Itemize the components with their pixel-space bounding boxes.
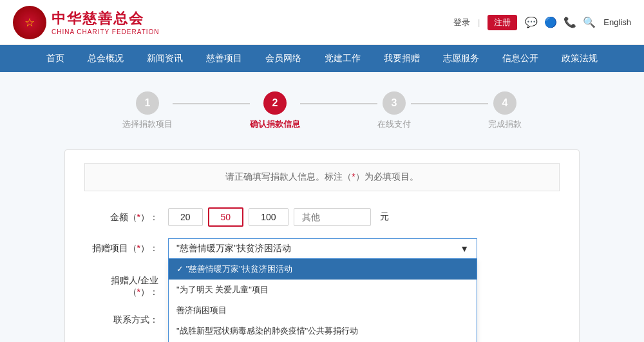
form-area: 请正确填写捐款人信息。标注（*）为必填项目。 金额（*）： 20 50 100 …: [64, 149, 580, 342]
register-button[interactable]: 注册: [488, 15, 517, 30]
step-3-label: 在线支付: [377, 119, 411, 130]
logo-text: 中华慈善总会 CHINA CHARITY FEDERATION: [52, 9, 160, 35]
step-connector-1: [173, 103, 250, 104]
wechat-icon[interactable]: 💬: [525, 16, 538, 28]
form-notice: 请正确填写捐款人信息。标注（*）为必填项目。: [84, 163, 560, 191]
project-option-2[interactable]: 善济病困项目: [169, 300, 477, 321]
amount-btn-20[interactable]: 20: [168, 208, 203, 226]
step-2: 2 确认捐款信息: [250, 91, 300, 130]
project-dropdown-list: "慈善情暖万家"扶贫济困活动 "为了明天 关爱儿童"项目 善济病困项目 "战胜新…: [168, 259, 477, 342]
step-connector-2: [300, 103, 377, 104]
project-option-3[interactable]: "战胜新型冠状病毒感染的肺炎疫情"公共募捐行动: [169, 321, 477, 341]
amount-star: *: [137, 212, 140, 222]
header: ☆ 中华慈善总会 CHINA CHARITY FEDERATION 登录 | 注…: [0, 0, 644, 45]
logo-en: CHINA CHARITY FEDERATION: [52, 28, 160, 35]
step-1: 1 选择捐款项目: [122, 91, 173, 130]
logo-icon: ☆: [13, 6, 46, 39]
steps-indicator: 1 选择捐款项目 2 确认捐款信息 3 在线支付 4 完成捐款: [0, 85, 644, 137]
main-nav: 首页 总会概况 新闻资讯 慈善项目 会员网络 党建工作 我要捐赠 志愿服务 信息…: [0, 45, 644, 72]
project-option-0[interactable]: "慈善情暖万家"扶贫济困活动: [169, 259, 477, 280]
donor-star: *: [137, 287, 140, 297]
project-label: 捐赠项目（*）：: [84, 238, 168, 254]
step-2-circle: 2: [263, 91, 287, 115]
contact-label: 联系方式：: [84, 310, 168, 326]
amount-unit: 元: [380, 211, 389, 223]
nav-members[interactable]: 会员网络: [254, 45, 313, 72]
step-1-circle: 1: [136, 91, 159, 115]
main-content: 1 选择捐款项目 2 确认捐款信息 3 在线支付 4 完成捐款 请正确填写捐款人…: [0, 72, 644, 342]
step-2-label: 确认捐款信息: [250, 119, 300, 130]
weibo-icon[interactable]: 🔵: [544, 16, 557, 28]
project-dropdown[interactable]: "慈善情暖万家"扶贫济困活动 ▼ "慈善情暖万家"扶贫济困活动 "为了明天 关爱…: [168, 238, 477, 259]
nav-overview[interactable]: 总会概况: [76, 45, 135, 72]
project-option-1[interactable]: "为了明天 关爱儿童"项目: [169, 280, 477, 300]
amount-btn-100[interactable]: 100: [249, 208, 288, 226]
amount-options: 20 50 100 元: [168, 207, 389, 227]
search-icon[interactable]: 🔍: [583, 16, 596, 28]
step-4-circle: 4: [493, 91, 516, 115]
logo-cn: 中华慈善总会: [52, 9, 160, 28]
step-4: 4 完成捐款: [488, 91, 522, 130]
nav-policy[interactable]: 政策法规: [550, 45, 609, 72]
notice-star: *: [352, 171, 355, 182]
header-right: 登录 | 注册 💬 🔵 📞 🔍 English: [453, 15, 631, 30]
nav-info[interactable]: 信息公开: [491, 45, 550, 72]
nav-donate[interactable]: 我要捐赠: [372, 45, 431, 72]
amount-btn-50[interactable]: 50: [208, 207, 244, 227]
project-star: *: [137, 243, 140, 253]
social-icons: 💬 🔵 📞 🔍: [525, 16, 596, 28]
nav-charity[interactable]: 慈善项目: [194, 45, 254, 72]
project-row: 捐赠项目（*）： "慈善情暖万家"扶贫济困活动 ▼ "慈善情暖万家"扶贫济困活动…: [84, 238, 560, 259]
step-4-label: 完成捐款: [488, 119, 522, 130]
nav-news[interactable]: 新闻资讯: [135, 45, 194, 72]
project-selected-text: "慈善情暖万家"扶贫济困活动: [176, 243, 291, 254]
amount-row: 金额（*）： 20 50 100 元: [84, 207, 560, 227]
nav-volunteer[interactable]: 志愿服务: [431, 45, 491, 72]
language-english[interactable]: English: [603, 17, 631, 27]
amount-other-input[interactable]: [294, 208, 371, 226]
step-3: 3 在线支付: [377, 91, 411, 130]
nav-home[interactable]: 首页: [35, 45, 76, 72]
logo-area: ☆ 中华慈善总会 CHINA CHARITY FEDERATION: [13, 6, 160, 39]
nav-party[interactable]: 党建工作: [313, 45, 372, 72]
phone-icon[interactable]: 📞: [564, 16, 576, 28]
amount-label: 金额（*）：: [84, 207, 168, 223]
step-connector-3: [411, 103, 488, 104]
chevron-down-icon: ▼: [460, 243, 469, 254]
project-selected[interactable]: "慈善情暖万家"扶贫济困活动 ▼: [168, 238, 477, 259]
header-divider: |: [478, 17, 480, 27]
donor-label: 捐赠人/企业（*）：: [84, 271, 168, 298]
step-1-label: 选择捐款项目: [122, 119, 173, 130]
login-link[interactable]: 登录: [453, 17, 470, 28]
step-3-circle: 3: [383, 91, 406, 115]
